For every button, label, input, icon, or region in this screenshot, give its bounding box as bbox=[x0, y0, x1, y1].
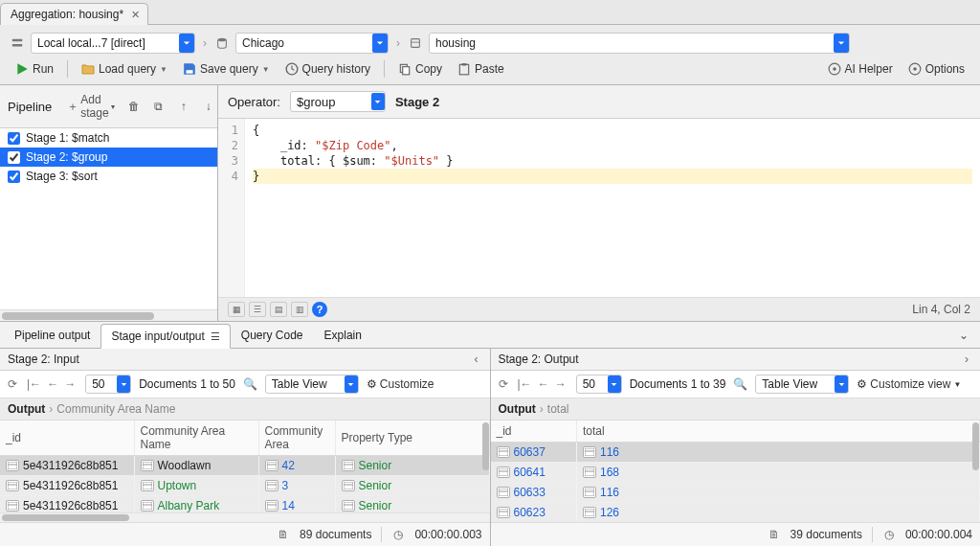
cell-type[interactable]: Senior bbox=[335, 456, 489, 476]
add-stage-button[interactable]: ＋ Add stage ▾ bbox=[63, 91, 118, 122]
search-button[interactable]: 🔍 bbox=[243, 377, 257, 391]
cell-id[interactable]: 60633 bbox=[491, 483, 577, 503]
output-breadcrumb: Output›total bbox=[491, 398, 981, 421]
cell-id[interactable]: 60637 bbox=[491, 443, 577, 463]
table-row[interactable]: 5e4311926c8b851Albany Park14Senior bbox=[0, 496, 489, 513]
horizontal-scrollbar[interactable] bbox=[0, 309, 217, 321]
options-button[interactable]: Options bbox=[902, 59, 970, 79]
duplicate-stage-button[interactable]: ⧉ bbox=[149, 99, 168, 114]
first-page-button[interactable]: |← bbox=[516, 377, 534, 391]
page-size-select[interactable]: 50 bbox=[576, 375, 622, 394]
cell-name[interactable]: Woodlawn bbox=[134, 456, 258, 476]
cell-type[interactable]: Senior bbox=[335, 476, 489, 496]
prev-page-button[interactable]: ← bbox=[536, 377, 551, 391]
view-mode-3-button[interactable]: ▤ bbox=[270, 302, 287, 317]
svg-rect-53 bbox=[585, 468, 594, 476]
view-mode-2-button[interactable]: ☰ bbox=[249, 302, 266, 317]
move-down-button[interactable]: ↓ bbox=[199, 99, 218, 114]
pipeline-stage[interactable]: Stage 3: $sort bbox=[0, 167, 217, 186]
refresh-button[interactable]: ⟳ bbox=[499, 377, 508, 391]
tab-pipeline-output[interactable]: Pipeline output bbox=[4, 323, 100, 347]
search-button[interactable]: 🔍 bbox=[733, 377, 747, 391]
next-page-button[interactable]: → bbox=[62, 377, 78, 391]
save-query-button[interactable]: Save query ▼ bbox=[177, 59, 276, 79]
pipeline-stage[interactable]: Stage 1: $match bbox=[0, 128, 217, 148]
stage-checkbox[interactable] bbox=[8, 171, 20, 183]
code-content[interactable]: { _id: "$Zip Code", total: { $sum: "$Uni… bbox=[245, 119, 980, 297]
input-table[interactable]: _id Community Area Name Community Area P… bbox=[0, 421, 490, 512]
stage-list[interactable]: Stage 1: $matchStage 2: $groupStage 3: $… bbox=[0, 128, 217, 309]
col-name[interactable]: Community Area Name bbox=[134, 421, 258, 456]
ai-helper-button[interactable]: AI Helper bbox=[822, 59, 899, 79]
col-id[interactable]: _id bbox=[491, 421, 577, 443]
table-row[interactable]: 5e4311926c8b851Woodlawn42Senior bbox=[0, 456, 489, 476]
tab-query-code[interactable]: Query Code bbox=[231, 323, 314, 347]
col-total[interactable]: total bbox=[577, 421, 980, 443]
cell-area[interactable]: 42 bbox=[258, 456, 335, 476]
table-row[interactable]: 60637116 bbox=[491, 443, 980, 463]
run-button[interactable]: Run bbox=[10, 59, 59, 79]
next-page-button[interactable]: → bbox=[553, 377, 568, 391]
cell-total[interactable]: 168 bbox=[577, 463, 980, 483]
view-mode-select[interactable]: Table View bbox=[755, 375, 849, 394]
stage-label: Stage 1: $match bbox=[26, 131, 109, 145]
view-mode-select[interactable]: Table View bbox=[265, 375, 359, 394]
table-row[interactable]: 60641168 bbox=[491, 463, 980, 483]
table-row[interactable]: 60633116 bbox=[491, 483, 980, 503]
cell-id[interactable]: 5e4311926c8b851 bbox=[0, 476, 134, 496]
pipeline-stage[interactable]: Stage 2: $group bbox=[0, 148, 217, 167]
cell-id[interactable]: 60623 bbox=[491, 503, 577, 523]
cell-id[interactable]: 5e4311926c8b851 bbox=[0, 456, 134, 476]
vertical-scrollbar[interactable] bbox=[970, 421, 980, 522]
delete-stage-button[interactable]: 🗑 bbox=[124, 99, 144, 114]
cell-name[interactable]: Uptown bbox=[134, 476, 258, 496]
first-page-button[interactable]: |← bbox=[25, 377, 43, 391]
code-editor[interactable]: 1 2 3 4 { _id: "$Zip Code", total: { $su… bbox=[218, 119, 980, 297]
col-area[interactable]: Community Area bbox=[258, 421, 335, 456]
cell-total[interactable]: 116 bbox=[577, 483, 980, 503]
tab-stage-io[interactable]: Stage input/output☰ bbox=[100, 324, 230, 349]
page-size-select[interactable]: 50 bbox=[85, 375, 131, 394]
col-type[interactable]: Property Type bbox=[335, 421, 489, 456]
col-id[interactable]: _id bbox=[0, 421, 134, 456]
prev-page-button[interactable]: ← bbox=[45, 377, 60, 391]
cell-total[interactable]: 126 bbox=[577, 503, 980, 523]
cell-name[interactable]: Albany Park bbox=[134, 496, 258, 513]
move-up-button[interactable]: ↑ bbox=[174, 99, 193, 114]
refresh-button[interactable]: ⟳ bbox=[8, 377, 17, 391]
query-history-button[interactable]: Query history bbox=[279, 59, 376, 79]
collapse-pane-button[interactable]: ⌄ bbox=[951, 325, 976, 346]
stage-checkbox[interactable] bbox=[8, 132, 20, 145]
horizontal-scrollbar[interactable] bbox=[0, 512, 490, 522]
cell-id[interactable]: 5e4311926c8b851 bbox=[0, 496, 134, 513]
connection-select[interactable]: Local local...7 [direct] bbox=[31, 33, 195, 54]
cell-type[interactable]: Senior bbox=[335, 496, 489, 513]
output-table[interactable]: _id total 606371166064116860633116606231… bbox=[491, 421, 981, 522]
copy-button[interactable]: Copy bbox=[392, 59, 448, 79]
cell-area[interactable]: 14 bbox=[258, 496, 335, 513]
vertical-scrollbar[interactable] bbox=[480, 421, 490, 512]
load-query-button[interactable]: Load query ▼ bbox=[76, 59, 173, 79]
arrow-up-icon: ↑ bbox=[178, 101, 189, 112]
table-row[interactable]: 5e4311926c8b851Uptown3Senior bbox=[0, 476, 489, 496]
stage-checkbox[interactable] bbox=[8, 151, 20, 164]
database-select[interactable]: Chicago bbox=[235, 33, 389, 54]
view-mode-4-button[interactable]: ▥ bbox=[291, 302, 308, 317]
operator-select[interactable]: $group bbox=[290, 91, 386, 112]
document-tab[interactable]: Aggregation: housing* ✕ bbox=[0, 3, 148, 25]
cell-id[interactable]: 60641 bbox=[491, 463, 577, 483]
database-icon bbox=[214, 35, 230, 51]
view-mode-1-button[interactable]: ▦ bbox=[228, 302, 245, 317]
cell-area[interactable]: 3 bbox=[258, 476, 335, 496]
collapse-right-icon[interactable]: › bbox=[961, 353, 972, 366]
help-icon[interactable]: ? bbox=[312, 302, 327, 317]
customize-view-button[interactable]: ⚙ Customize view ▼ bbox=[857, 377, 961, 391]
customize-button[interactable]: ⚙ Customize bbox=[367, 377, 434, 391]
paste-button[interactable]: Paste bbox=[452, 59, 510, 79]
table-row[interactable]: 60623126 bbox=[491, 503, 980, 523]
cell-total[interactable]: 116 bbox=[577, 443, 980, 463]
close-icon[interactable]: ✕ bbox=[131, 9, 140, 21]
collection-select[interactable]: housing bbox=[429, 33, 850, 54]
tab-explain[interactable]: Explain bbox=[314, 323, 372, 347]
collapse-left-icon[interactable]: ‹ bbox=[471, 353, 482, 366]
